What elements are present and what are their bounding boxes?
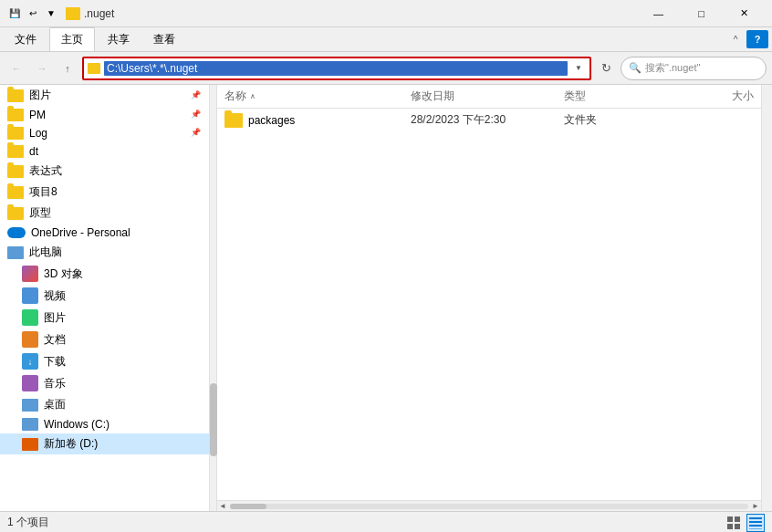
chevron-up-icon[interactable]: ^ — [728, 32, 743, 47]
sidebar-item-dt[interactable]: dt — [0, 142, 209, 161]
content-header: 名称 ∧ 修改日期 类型 大小 — [217, 85, 761, 109]
content-scrollbar[interactable] — [761, 85, 772, 511]
col-date-header[interactable]: 修改日期 — [411, 89, 557, 104]
search-bar[interactable]: 🔍 搜索".nuget" — [621, 57, 767, 80]
folder-icon — [7, 109, 24, 121]
sidebar-item-label: Log — [29, 127, 47, 140]
sidebar-scroll-thumb — [210, 383, 217, 456]
sidebar-item-label: 项目8 — [29, 184, 57, 200]
sidebar-item-video[interactable]: 视频 — [0, 285, 209, 307]
folder-icon — [224, 113, 243, 128]
titlebar: 💾 ↩ ▼ .nuget — □ ✕ — [0, 0, 772, 27]
sidebar-item-label: 视频 — [44, 288, 66, 304]
content-list: packages 28/2/2023 下午2:30 文件夹 — [217, 109, 761, 500]
tab-file[interactable]: 文件 — [4, 28, 47, 51]
view-details-button[interactable] — [746, 514, 765, 532]
refresh-button[interactable]: ↻ — [595, 57, 617, 79]
search-icon: 🔍 — [629, 62, 642, 74]
sidebar-item-thispc[interactable]: 此电脑 — [0, 242, 209, 263]
col-size-header[interactable]: 大小 — [681, 89, 754, 104]
sidebar-item-label: Windows (C:) — [44, 418, 110, 431]
svg-rect-3 — [735, 524, 740, 529]
video-icon — [22, 287, 38, 304]
sidebar-item-label: 图片 — [44, 310, 66, 326]
scroll-right-btn[interactable]: ► — [750, 501, 761, 512]
properties-icon[interactable]: ▼ — [44, 6, 58, 21]
svg-rect-0 — [727, 516, 733, 522]
folder-icon — [7, 89, 24, 102]
tab-share[interactable]: 共享 — [97, 28, 141, 51]
sidebar-item-drive-d[interactable]: 新加卷 (D:) — [0, 433, 209, 454]
scroll-left-btn[interactable]: ◄ — [217, 501, 228, 512]
titlebar-folder-icon — [66, 7, 80, 20]
forward-button[interactable]: → — [31, 57, 53, 79]
col-name-header[interactable]: 名称 ∧ — [224, 89, 403, 104]
sidebar-item-documents[interactable]: 文档 — [0, 329, 209, 350]
sidebar-item-pm[interactable]: PM 📌 — [0, 106, 209, 124]
maximize-button[interactable]: □ — [681, 0, 722, 27]
titlebar-icons: 💾 ↩ ▼ — [7, 6, 58, 21]
download-icon: ↓ — [22, 353, 38, 370]
undo-icon[interactable]: ↩ — [26, 6, 40, 21]
titlebar-controls: — □ ✕ — [638, 0, 765, 27]
table-row[interactable]: packages 28/2/2023 下午2:30 文件夹 — [217, 109, 761, 131]
help-button[interactable]: ? — [746, 30, 768, 48]
folder-icon — [7, 145, 24, 158]
sidebar-item-label: PM — [29, 109, 46, 121]
col-type-header[interactable]: 类型 — [564, 89, 673, 104]
3d-icon — [22, 266, 38, 282]
sidebar-item-downloads[interactable]: ↓ 下载 — [0, 350, 209, 372]
sort-arrow-icon: ∧ — [250, 92, 256, 100]
svg-rect-5 — [749, 521, 762, 523]
sidebar-item-pictures-quick[interactable]: 图片 📌 — [0, 85, 209, 106]
svg-rect-7 — [749, 528, 762, 529]
svg-rect-4 — [749, 517, 762, 519]
sidebar-item-desktop[interactable]: 桌面 — [0, 394, 209, 415]
sidebar-item-log[interactable]: Log 📌 — [0, 124, 209, 142]
sidebar-item-label: 新加卷 (D:) — [44, 436, 98, 452]
sidebar-item-prototype[interactable]: 原型 — [0, 203, 209, 224]
pin-icon: 📌 — [191, 90, 202, 101]
horizontal-scrollbar[interactable]: ◄ ► — [217, 500, 761, 511]
sidebar-scrollbar[interactable] — [210, 85, 217, 511]
sidebar-item-label: 此电脑 — [29, 245, 62, 260]
up-button[interactable]: ↑ — [57, 57, 78, 79]
tab-home[interactable]: 主页 — [49, 27, 95, 51]
view-thumbnails-button[interactable] — [725, 514, 743, 532]
desktop-icon — [22, 399, 38, 412]
sidebar-item-label: 3D 对象 — [44, 266, 83, 282]
content-area: 名称 ∧ 修改日期 类型 大小 packages — [217, 85, 761, 511]
svg-rect-1 — [735, 516, 740, 522]
tab-view[interactable]: 查看 — [142, 28, 186, 51]
file-type-cell: 文件夹 — [564, 112, 673, 128]
back-button[interactable]: ← — [5, 57, 27, 79]
close-button[interactable]: ✕ — [724, 0, 765, 27]
ribbon-tabs: 文件 主页 共享 查看 ^ ? — [0, 27, 772, 51]
sidebar-item-3d[interactable]: 3D 对象 — [0, 263, 209, 285]
statusbar-right — [725, 514, 765, 532]
folder-icon — [7, 127, 24, 140]
hscroll-track[interactable] — [230, 504, 748, 509]
sidebar-item-expression[interactable]: 表达式 — [0, 161, 209, 182]
pin-icon: 📌 — [191, 110, 202, 120]
sidebar: 图片 📌 PM 📌 Log 📌 dt 表达式 项目8 原型 — [0, 85, 210, 511]
sidebar-item-label: 下载 — [44, 354, 66, 370]
save-icon[interactable]: 💾 — [7, 6, 22, 21]
sidebar-item-label: 图片 — [29, 88, 51, 103]
list-view-icon — [749, 516, 762, 529]
minimize-button[interactable]: — — [638, 0, 679, 27]
photo-icon — [22, 309, 38, 326]
drive-d-icon — [22, 438, 38, 451]
address-bar[interactable]: C:\Users\*.*\.nuget ▼ — [82, 57, 591, 80]
address-chevron-icon[interactable]: ▼ — [571, 61, 586, 76]
sidebar-item-images[interactable]: 图片 — [0, 307, 209, 329]
sidebar-item-music[interactable]: 音乐 — [0, 372, 209, 394]
svg-rect-2 — [727, 524, 733, 529]
sidebar-item-label: 原型 — [29, 205, 51, 221]
folder-icon — [7, 207, 24, 220]
sidebar-item-drive-c[interactable]: Windows (C:) — [0, 415, 209, 433]
sidebar-item-onedrive[interactable]: OneDrive - Personal — [0, 224, 209, 242]
address-text[interactable]: C:\Users\*.*\.nuget — [104, 61, 568, 76]
pc-icon — [7, 246, 24, 259]
sidebar-item-project8[interactable]: 项目8 — [0, 182, 209, 203]
